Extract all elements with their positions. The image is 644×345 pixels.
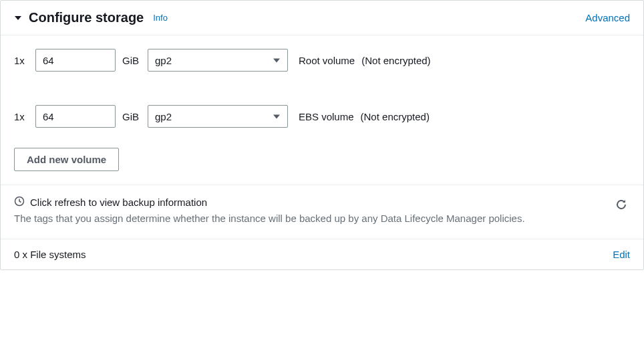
volume-row-ebs: 1x GiB gp2 EBS volume (Not encrypted) (14, 105, 630, 128)
volume-encryption: (Not encrypted) (361, 55, 430, 66)
refresh-icon (615, 199, 627, 211)
volume-type-value: gp2 (155, 111, 172, 122)
clock-icon (14, 196, 25, 209)
filesystems-section: 0 x File systems Edit (1, 239, 643, 269)
add-volume-button[interactable]: Add new volume (14, 148, 119, 171)
panel-header: Configure storage Info Advanced (1, 1, 643, 35)
volume-encryption: (Not encrypted) (361, 111, 430, 122)
backup-section: Click refresh to view backup information… (1, 185, 643, 239)
volume-type-select[interactable]: gp2 (148, 49, 288, 72)
panel-header-left: Configure storage Info (14, 10, 168, 25)
volume-name: EBS volume (299, 111, 354, 122)
volume-count: 1x (14, 111, 29, 122)
volume-count: 1x (14, 55, 29, 66)
backup-title: Click refresh to view backup information (30, 197, 207, 208)
backup-title-row: Click refresh to view backup information (14, 196, 602, 209)
panel-title: Configure storage (29, 10, 144, 25)
volume-unit: GiB (122, 55, 141, 66)
volume-size-input[interactable] (35, 49, 116, 72)
filesystems-text: 0 x File systems (14, 249, 86, 260)
volume-type-value: gp2 (155, 55, 172, 66)
volume-unit: GiB (122, 111, 141, 122)
backup-description: The tags that you assign determine wheth… (14, 211, 602, 227)
panel-body: 1x GiB gp2 Root volume (Not encrypted) 1… (1, 35, 643, 185)
collapse-caret-icon[interactable] (14, 14, 22, 22)
volume-name: Root volume (299, 55, 355, 66)
advanced-link[interactable]: Advanced (585, 12, 630, 23)
backup-info: Click refresh to view backup information… (14, 196, 602, 227)
refresh-button[interactable] (613, 196, 630, 215)
configure-storage-panel: Configure storage Info Advanced 1x GiB g… (0, 0, 644, 270)
dropdown-caret-icon (273, 111, 281, 122)
volume-row-root: 1x GiB gp2 Root volume (Not encrypted) (14, 49, 630, 72)
dropdown-caret-icon (273, 55, 281, 66)
edit-link[interactable]: Edit (613, 249, 630, 260)
info-link[interactable]: Info (153, 13, 168, 23)
volume-size-input[interactable] (35, 105, 116, 128)
volume-type-select[interactable]: gp2 (148, 105, 288, 128)
